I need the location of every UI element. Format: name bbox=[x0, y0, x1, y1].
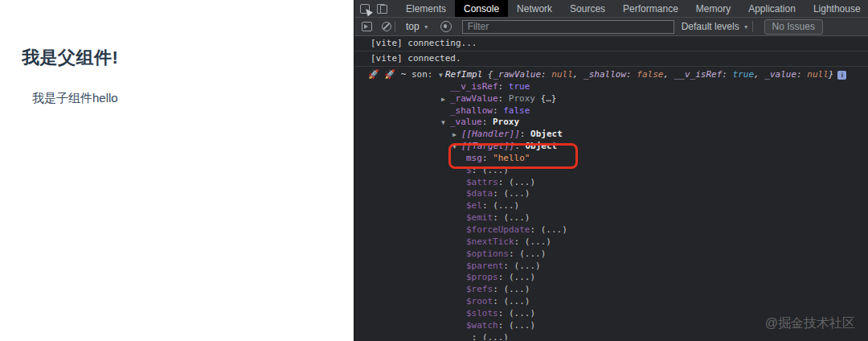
token-ikey: [[Handler]] bbox=[461, 129, 520, 139]
token-obj: Proxy bbox=[493, 117, 519, 127]
token-bool: false bbox=[503, 105, 530, 116]
log-levels-label: Default levels bbox=[682, 21, 739, 32]
filter-input[interactable] bbox=[462, 20, 674, 34]
disclosure-closed-icon[interactable]: ▶ bbox=[452, 129, 461, 142]
getter-ellipsis[interactable]: (...) bbox=[509, 272, 535, 282]
getter-ellipsis[interactable]: (...) bbox=[503, 188, 530, 199]
tree-row: _shallow: false bbox=[354, 105, 868, 117]
token-w: : bbox=[498, 177, 509, 187]
getter-ellipsis[interactable]: (...) bbox=[509, 308, 535, 318]
token-pl: : bbox=[722, 69, 732, 80]
tree-row: $emit: (...) bbox=[354, 212, 868, 224]
token-dkey: $props bbox=[466, 272, 498, 282]
tab-lighthouse[interactable]: Lighthouse bbox=[805, 0, 868, 17]
getter-ellipsis[interactable]: (...) bbox=[503, 284, 530, 294]
tab-console[interactable]: Console bbox=[455, 0, 508, 17]
token-w: : bbox=[514, 236, 525, 247]
token-w: : bbox=[498, 320, 509, 331]
tab-memory[interactable]: Memory bbox=[687, 0, 739, 17]
tab-network[interactable]: Network bbox=[508, 0, 561, 17]
screenshot-root: 我是父组件! 我是子组件hello ElementsConsoleNetwork… bbox=[0, 0, 868, 341]
tree-row: $: (...) bbox=[354, 165, 868, 177]
tab-strip: ElementsConsoleNetworkSourcesPerformance… bbox=[397, 0, 868, 17]
tree-row: $forceUpdate: (...) bbox=[354, 224, 868, 236]
tree-row: $props: (...) bbox=[354, 272, 868, 284]
device-toolbar-icon[interactable] bbox=[377, 4, 387, 14]
token-dkey: $parent bbox=[466, 261, 503, 271]
clear-console-icon[interactable] bbox=[382, 22, 391, 31]
disclosure-closed-icon[interactable]: ▶ bbox=[441, 94, 450, 106]
inspect-element-icon[interactable] bbox=[360, 4, 370, 14]
token-dkey: $root bbox=[466, 296, 493, 306]
tree-row: 🚀 🚀 ~ son: ▼RefImpl {_rawValue: null, _s… bbox=[354, 69, 868, 81]
token-pnull: null bbox=[807, 69, 829, 80]
tab-elements[interactable]: Elements bbox=[397, 0, 455, 17]
token-w: : bbox=[498, 272, 509, 282]
token-w: : bbox=[498, 81, 509, 92]
getter-ellipsis[interactable]: (...) bbox=[514, 261, 541, 271]
token-pnull: false bbox=[637, 69, 663, 80]
token-w: : bbox=[493, 188, 503, 199]
console-sidebar-icon[interactable] bbox=[362, 22, 372, 31]
page-content: 我是父组件! 我是子组件hello bbox=[0, 0, 354, 341]
getter-ellipsis[interactable]: (...) bbox=[509, 320, 535, 331]
getter-ellipsis[interactable]: (...) bbox=[509, 177, 535, 187]
log-levels-dropdown[interactable]: Default levels ▼ bbox=[682, 21, 749, 32]
console-message: [vite] connected. bbox=[354, 51, 868, 67]
token-iarrow: ▼ bbox=[438, 72, 445, 79]
tabbar-icons bbox=[354, 0, 391, 17]
getter-ellipsis[interactable]: (...) bbox=[503, 212, 530, 223]
getter-ellipsis[interactable]: (...) bbox=[541, 224, 567, 235]
token-w: : bbox=[514, 141, 525, 151]
token-key: _rawValue bbox=[450, 93, 498, 104]
token-label: 🚀 🚀 ~ son: bbox=[368, 69, 438, 80]
token-pkey: __v_isRef bbox=[674, 69, 723, 80]
tab-performance[interactable]: Performance bbox=[614, 0, 687, 17]
token-w: : bbox=[472, 165, 482, 175]
context-selector-label: top bbox=[406, 21, 420, 32]
token-dkey: $options bbox=[466, 249, 509, 259]
token-pl: : bbox=[541, 69, 551, 80]
token-dkey: $forceUpdate bbox=[466, 224, 530, 235]
token-dkey: $ bbox=[466, 165, 472, 175]
tab-application[interactable]: Application bbox=[739, 0, 805, 17]
token-obj: Object bbox=[525, 141, 557, 151]
tree-row: ▶[[Handler]]: Object bbox=[354, 129, 868, 141]
token-pl: , bbox=[754, 69, 764, 80]
getter-ellipsis[interactable]: (...) bbox=[525, 236, 551, 247]
token-dkey: $emit bbox=[466, 212, 493, 223]
token-pkey: _value bbox=[764, 69, 796, 80]
getter-ellipsis[interactable]: (...) bbox=[482, 165, 509, 175]
token-key: __v_isRef bbox=[450, 81, 498, 92]
toolbar-icons bbox=[354, 22, 391, 31]
token-pl: } bbox=[829, 69, 834, 80]
no-issues-button[interactable]: No Issues bbox=[764, 19, 823, 35]
info-icon[interactable]: i bbox=[837, 71, 846, 80]
chevron-down-icon: ▼ bbox=[743, 24, 749, 30]
getter-ellipsis[interactable]: (...) bbox=[503, 296, 530, 306]
getter-ellipsis[interactable]: (...) bbox=[493, 200, 519, 211]
disclosure-open-icon[interactable]: ▼ bbox=[452, 142, 461, 154]
getter-ellipsis[interactable]: (...) bbox=[482, 332, 509, 340]
token-dkey: $data bbox=[466, 188, 493, 199]
chevron-down-icon: ▼ bbox=[424, 24, 429, 30]
token-pnull: null bbox=[551, 69, 573, 80]
token-w: : bbox=[503, 261, 514, 271]
devtools-tab-bar: ElementsConsoleNetworkSourcesPerformance… bbox=[354, 0, 868, 18]
tree-row: _: (...) bbox=[354, 332, 868, 340]
tab-sources[interactable]: Sources bbox=[561, 0, 614, 17]
token-w: {…} bbox=[541, 93, 557, 104]
live-expression-eye-icon[interactable] bbox=[440, 21, 452, 32]
token-dkey: $watch bbox=[466, 320, 498, 331]
getter-ellipsis[interactable]: (...) bbox=[519, 249, 546, 259]
tree-row: $refs: (...) bbox=[354, 284, 868, 296]
disclosure-open-icon[interactable]: ▼ bbox=[441, 117, 450, 129]
page-heading: 我是父组件! bbox=[22, 46, 354, 70]
token-dkey: $attrs bbox=[466, 177, 498, 187]
console-output[interactable]: [vite] connecting...[vite] connected.🚀 🚀… bbox=[354, 36, 868, 340]
context-selector[interactable]: top ▼ bbox=[406, 21, 429, 32]
tree-row: ▶_rawValue: Proxy {…} bbox=[354, 93, 868, 105]
tree-row: ▼[[Target]]: Object bbox=[354, 141, 868, 153]
token-dkey: $el bbox=[466, 200, 482, 211]
tree-row: __v_isRef: true bbox=[354, 81, 868, 93]
